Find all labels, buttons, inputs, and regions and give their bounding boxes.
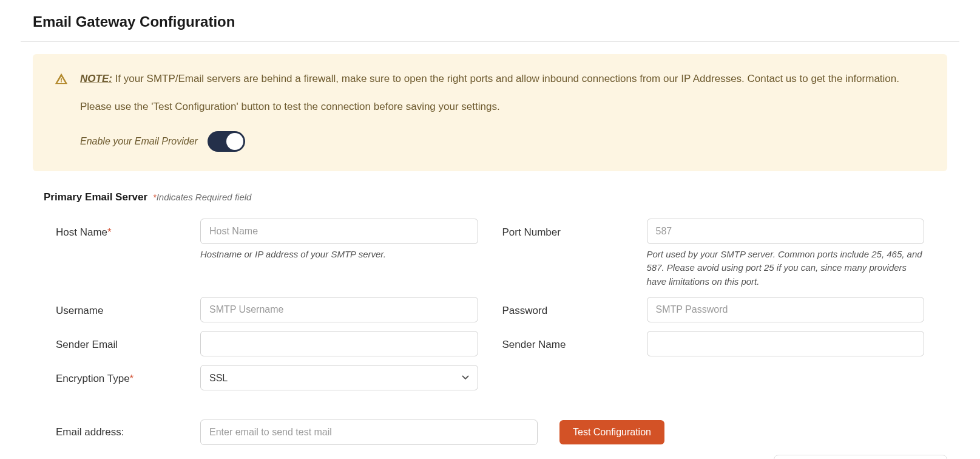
- username-label: Username: [56, 297, 200, 319]
- floating-card: [774, 455, 947, 459]
- sender-email-label: Sender Email: [56, 331, 200, 353]
- section-heading: Primary Email Server *Indicates Required…: [44, 189, 959, 205]
- note-box: NOTE: If your SMTP/Email servers are beh…: [33, 54, 947, 171]
- hostname-input[interactable]: [200, 219, 478, 244]
- sender-name-input[interactable]: [647, 331, 925, 356]
- note-content: NOTE: If your SMTP/Email servers are beh…: [80, 71, 925, 152]
- test-configuration-button[interactable]: Test Configuration: [559, 420, 664, 444]
- encryption-select[interactable]: SSL: [200, 365, 478, 390]
- note-text-1: If your SMTP/Email servers are behind a …: [112, 73, 899, 84]
- page-title: Email Gateway Configuration: [21, 0, 959, 42]
- form-area: Host Name* Hostname or IP address of you…: [21, 219, 959, 446]
- section-title: Primary Email Server: [44, 191, 147, 203]
- username-input[interactable]: [200, 297, 478, 322]
- hostname-helper: Hostname or IP address of your SMTP serv…: [200, 248, 478, 262]
- note-paragraph-1: NOTE: If your SMTP/Email servers are beh…: [80, 71, 925, 87]
- test-email-input[interactable]: [200, 420, 538, 445]
- password-label: Password: [502, 297, 647, 319]
- port-input[interactable]: [647, 219, 925, 244]
- sender-name-label: Sender Name: [502, 331, 647, 353]
- note-label: NOTE:: [80, 73, 112, 84]
- sender-email-input[interactable]: [200, 331, 478, 356]
- warning-icon: [55, 71, 68, 152]
- enable-provider-row: Enable your Email Provider: [80, 131, 925, 152]
- note-paragraph-2: Please use the 'Test Configuration' butt…: [80, 99, 925, 115]
- test-email-label: Email address:: [56, 424, 200, 440]
- enable-provider-label: Enable your Email Provider: [80, 134, 198, 149]
- encryption-label: Encryption Type*: [56, 365, 200, 387]
- enable-provider-toggle[interactable]: [208, 131, 245, 152]
- hostname-label: Host Name*: [56, 219, 200, 240]
- port-helper: Port used by your SMTP server. Common po…: [647, 248, 925, 289]
- port-label: Port Number: [502, 219, 647, 240]
- required-note: *Indicates Required field: [153, 192, 252, 202]
- password-input[interactable]: [647, 297, 925, 322]
